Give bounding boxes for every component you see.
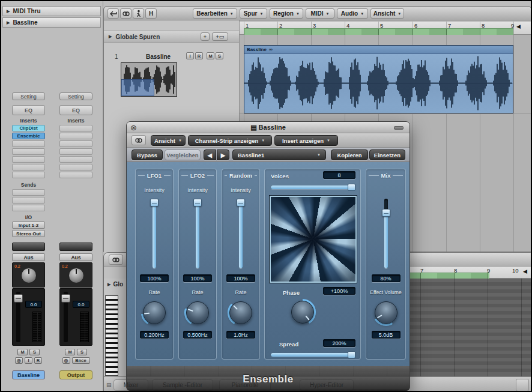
slider-thumb[interactable]	[348, 351, 355, 358]
input-selector-button[interactable]: Input 1-2	[12, 222, 45, 229]
send-slot-empty[interactable]	[12, 197, 45, 204]
lfo2-intensity-slider[interactable]	[193, 199, 202, 268]
bar-ruler[interactable]: 1 2 3 4 5 6 7 8 9 ◀	[240, 22, 531, 35]
pan-knob[interactable]	[21, 268, 37, 283]
menu-audio[interactable]: Audio ▼	[337, 8, 368, 19]
fader-handle[interactable]	[14, 294, 23, 303]
automation-mode-button[interactable]: Aus	[12, 253, 45, 261]
back-button[interactable]	[107, 8, 119, 19]
track-input-button[interactable]: I	[186, 52, 194, 59]
slider-thumb[interactable]	[237, 199, 245, 207]
compare-button[interactable]: Vergleichen	[165, 149, 201, 160]
effect-volume-knob[interactable]	[373, 300, 399, 326]
insert-slot-empty[interactable]	[12, 148, 45, 155]
send-slot-empty[interactable]	[12, 205, 45, 211]
insert-slot-empty[interactable]	[59, 164, 92, 170]
automation-mode-button[interactable]: Aus	[59, 253, 92, 261]
track-waveform-thumbnail[interactable]	[121, 62, 177, 97]
slider-thumb[interactable]	[382, 209, 390, 217]
track-solo-button[interactable]: S	[216, 52, 223, 59]
voices-slider[interactable]	[271, 184, 355, 191]
plugin-titlebar[interactable]: ⊗ ▤ Bassline	[127, 122, 410, 133]
add-track-button[interactable]: +	[201, 32, 210, 41]
menu-midi[interactable]: MIDI ▼	[306, 8, 334, 19]
eq-button[interactable]: EQ	[12, 105, 45, 115]
insert-slot-ensemble[interactable]: Ensemble	[12, 133, 45, 139]
insert-slot-empty[interactable]	[59, 172, 92, 178]
mixer-header-midi-thru[interactable]: ▶ MIDI Thru	[2, 6, 101, 16]
insert-dropdown[interactable]: Insert anzeigen ▼	[274, 135, 338, 146]
group-slot[interactable]	[12, 243, 45, 251]
random-rate-knob[interactable]	[228, 300, 254, 326]
spread-slider[interactable]	[271, 351, 355, 358]
lfo1-intensity-slider[interactable]	[150, 199, 159, 268]
input-monitor-button[interactable]: I	[25, 357, 32, 364]
track-name[interactable]: Bassline	[146, 53, 171, 60]
lfo2-rate-knob[interactable]	[184, 300, 211, 326]
menu-ansicht[interactable]: Ansicht ▼	[370, 8, 404, 19]
slider-thumb[interactable]	[348, 184, 355, 191]
phase-knob[interactable]	[289, 299, 316, 325]
solo-button[interactable]: S	[77, 349, 87, 355]
preset-dropdown[interactable]: Bassline1 ▼	[232, 149, 326, 160]
insert-slot-empty[interactable]	[59, 140, 92, 147]
catch-button[interactable]	[133, 8, 144, 19]
format-icon[interactable]: ◎	[15, 357, 23, 364]
hide-tracks-button[interactable]: H	[145, 8, 157, 19]
audio-region-bassline[interactable]: Bassline ∞	[244, 45, 513, 113]
insert-slot-empty[interactable]	[59, 148, 92, 155]
slider-thumb[interactable]	[193, 199, 202, 207]
track-record-button[interactable]: R	[195, 52, 203, 59]
insert-slot-empty[interactable]	[59, 133, 92, 139]
pan-knob[interactable]	[68, 268, 84, 283]
menu-bearbeiten[interactable]: Bearbeiten ▼	[193, 8, 237, 19]
mute-button[interactable]: M	[65, 349, 75, 355]
eq-button[interactable]: EQ	[59, 105, 92, 115]
record-enable-button[interactable]: R	[34, 357, 42, 364]
setting-button[interactable]: Setting	[12, 92, 45, 100]
minimize-button[interactable]	[394, 126, 404, 130]
insert-slot-clipdist[interactable]: ClipDist	[12, 125, 45, 131]
bounce-button[interactable]: Bnce	[72, 357, 90, 364]
solo-button[interactable]: S	[29, 349, 40, 355]
menu-spur[interactable]: Spur ▼	[240, 8, 267, 19]
channel-strip-dropdown[interactable]: Channel-Strip anzeigen ▼	[188, 135, 272, 146]
insert-slot-empty[interactable]	[12, 156, 45, 163]
channel-name-label[interactable]: Bassline	[12, 370, 45, 379]
link-button[interactable]	[109, 255, 123, 265]
insert-slot-empty[interactable]	[12, 172, 45, 178]
prev-preset-button[interactable]: ◀	[204, 149, 216, 160]
next-preset-button[interactable]: ▶	[217, 149, 229, 160]
mix-slider[interactable]	[382, 199, 390, 268]
bypass-button[interactable]: Bypass	[131, 149, 163, 160]
track-mute-button[interactable]: M	[207, 52, 214, 59]
group-slot[interactable]	[59, 243, 92, 251]
mixer-header-bassline[interactable]: ▶ Bassline	[2, 17, 101, 28]
insert-slot-empty[interactable]	[12, 164, 45, 170]
insert-slot-empty[interactable]	[59, 125, 92, 131]
copy-button[interactable]: Kopieren	[331, 149, 368, 160]
insert-slot-empty[interactable]	[59, 156, 92, 163]
send-slot-empty[interactable]	[12, 189, 45, 196]
link-button[interactable]	[131, 135, 146, 145]
paste-button[interactable]: Einsetzen	[369, 149, 405, 160]
slider-thumb[interactable]	[150, 199, 159, 207]
insert-slot-empty[interactable]	[12, 140, 45, 147]
list-icon[interactable]: ▤	[106, 382, 112, 388]
cycle-region-band[interactable]	[244, 28, 513, 35]
link-button[interactable]	[120, 8, 131, 19]
output-selector-button[interactable]: Stereo Out	[12, 230, 45, 237]
fader-handle[interactable]	[61, 294, 70, 303]
format-icon[interactable]: ◎	[62, 357, 70, 364]
random-intensity-slider[interactable]	[237, 199, 245, 268]
slider-fill	[239, 199, 243, 268]
mute-button[interactable]: M	[17, 349, 28, 355]
add-region-button[interactable]: +▭	[212, 32, 228, 41]
menu-region[interactable]: Region ▼	[270, 8, 303, 19]
piano-keyboard-strip[interactable]	[105, 295, 118, 376]
editor-global-tracks-header[interactable]: ▶ Glo	[107, 281, 123, 288]
setting-button[interactable]: Setting	[59, 92, 92, 100]
lfo1-rate-knob[interactable]	[141, 300, 168, 326]
channel-name-label[interactable]: Output	[59, 370, 92, 379]
view-dropdown[interactable]: Ansicht ▼	[151, 135, 186, 146]
